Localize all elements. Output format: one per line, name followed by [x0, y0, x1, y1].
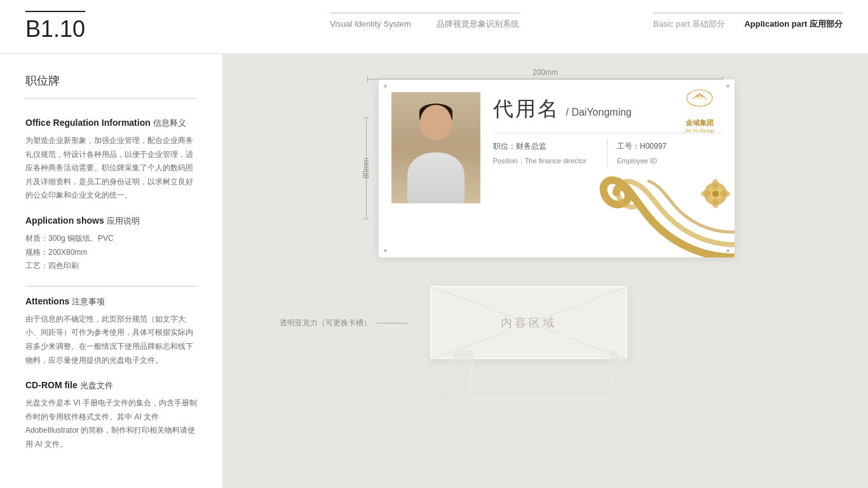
svg-point-3 — [712, 191, 719, 197]
acrylic-line — [376, 323, 408, 323]
badge-photo — [391, 92, 480, 203]
position-row: 职位：财务总监 — [493, 139, 598, 154]
office-reg-body: 为塑造企业新形象，加强企业管理，配合企业商务礼仪规范，特设计各种用品，以便于企业… — [25, 134, 197, 203]
acrylic-label: 透明亚克力（可更换卡槽） — [280, 318, 371, 329]
basic-part-label: Basic part 基础部分 — [653, 18, 725, 30]
swirl-svg — [569, 175, 735, 257]
stand-base-svg — [437, 349, 646, 397]
acrylic-stand: 内容区域 — [417, 280, 659, 400]
app-shows-section: Application shows 应用说明 材质：300g 铜版纸、PVC 规… — [25, 215, 197, 273]
dim-height-label: 80mm — [362, 158, 370, 179]
badge-details: 职位：财务总监 Position：The finance director 工号… — [493, 139, 722, 168]
right-panel: 200mm 80mm — [222, 54, 868, 488]
id-en-row: Employee ID — [617, 154, 722, 168]
badge-name-cn: 代用名 — [493, 95, 560, 123]
attentions-section: Attentions 注意事项 由于信息的不确定性，此页部分规范（如文字大小、间… — [25, 296, 197, 367]
divider-1 — [25, 286, 197, 287]
office-reg-heading: Office Regulation Information 信息释义 — [25, 118, 197, 129]
badge-swirl — [569, 175, 735, 257]
logo-text-en: Jin Yu Group — [684, 128, 714, 133]
svg-point-5 — [712, 198, 719, 208]
person-body — [407, 152, 465, 203]
person-photo — [391, 92, 480, 203]
badge-detail-left: 职位：财务总监 Position：The finance director — [493, 139, 608, 168]
vis-title-cn: 品牌视觉形象识别系统 — [437, 18, 519, 30]
corner-dot-tl — [384, 85, 387, 88]
svg-point-6 — [701, 191, 711, 197]
vis-title: Visual Identity System — [330, 19, 411, 29]
stand-content-label: 内容区域 — [501, 315, 557, 330]
corner-dot-bl — [384, 249, 387, 252]
attentions-body: 由于信息的不确定性，此页部分规范（如文字大小、间距等）可作为参考使用，具体可根据… — [25, 313, 197, 367]
cdrom-body: 光盘文件是本 VI 手册电子文件的集合，内含手册制作时的专用软件格式文件。其中 … — [25, 396, 197, 451]
corner-dot-tr — [726, 85, 729, 88]
svg-point-4 — [712, 179, 719, 189]
header: B1.10 Visual Identity System 品牌视觉形象识别系统 … — [0, 0, 868, 54]
page-number: B1.10 — [25, 11, 85, 43]
corner-dot-br — [726, 249, 729, 252]
person-head — [420, 105, 452, 140]
badge-name-en: / DaiYongming — [566, 107, 632, 118]
stand-card-face: 内容区域 — [430, 286, 627, 359]
office-reg-section: Office Regulation Information 信息释义 为塑造企业… — [25, 118, 197, 203]
left-panel: 职位牌 Office Regulation Information 信息释义 为… — [0, 54, 222, 488]
header-left: B1.10 — [25, 11, 248, 43]
main-content: 职位牌 Office Regulation Information 信息释义 为… — [0, 54, 868, 488]
badge-logo: 金域集团 Jin Yu Group — [674, 89, 725, 133]
cdrom-heading: CD-ROM file 光盘文件 — [25, 380, 197, 391]
id-badge-card: 代用名 / DaiYongming 职位：财务总监 Position：The f… — [379, 79, 735, 257]
section-title: 职位牌 — [25, 73, 197, 98]
app-shows-heading: Application shows 应用说明 — [25, 215, 197, 227]
dim-width-label: 200mm — [532, 68, 558, 77]
id-row: 工号：H00997 — [617, 139, 722, 154]
app-shows-body: 材质：300g 铜版纸、PVC 规格：200X80mm 工艺：四色印刷 — [25, 232, 197, 273]
attentions-heading: Attentions 注意事项 — [25, 296, 197, 308]
svg-point-1 — [704, 182, 727, 205]
acrylic-label-row: 透明亚克力（可更换卡槽） — [280, 318, 408, 329]
application-part-label: Application part 应用部分 — [744, 18, 843, 30]
svg-point-2 — [708, 186, 723, 201]
stand-base — [437, 362, 621, 397]
position-en-row: Position：The finance director — [493, 154, 598, 168]
badge-detail-right: 工号：H00997 Employee ID — [607, 139, 722, 168]
logo-text-cn: 金域集团 — [686, 118, 714, 128]
logo-svg — [677, 89, 722, 116]
svg-point-7 — [720, 191, 730, 197]
cdrom-section: CD-ROM file 光盘文件 光盘文件是本 VI 手册电子文件的集合，内含手… — [25, 380, 197, 451]
